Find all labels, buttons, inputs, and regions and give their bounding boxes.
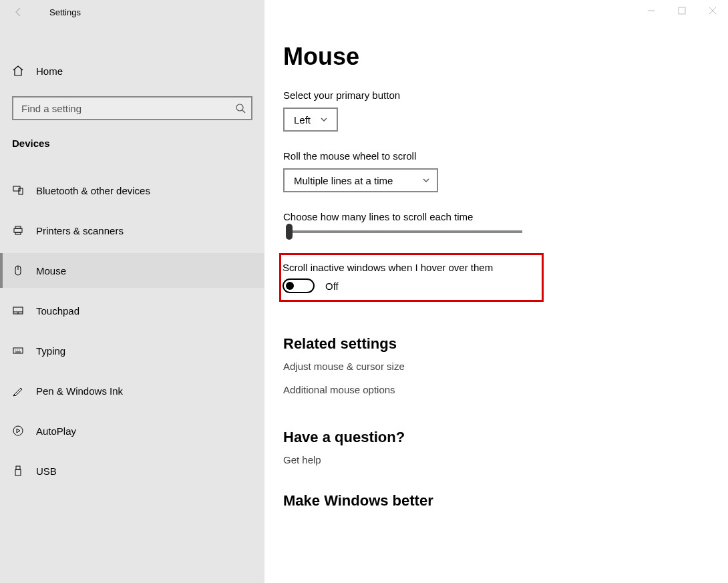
improve-title: Make Windows better <box>283 492 709 510</box>
chevron-down-icon <box>422 176 430 184</box>
highlight-annotation: Scroll inactive windows when I hover ove… <box>279 253 544 302</box>
pen-icon <box>12 385 27 397</box>
slider-thumb[interactable] <box>286 224 293 240</box>
home-nav[interactable]: Home <box>0 57 264 84</box>
keyboard-icon <box>12 345 27 357</box>
app-title: Settings <box>49 7 81 17</box>
search-icon <box>235 103 246 114</box>
svg-rect-3 <box>14 228 22 232</box>
sidebar: Settings Home Devices Bluetooth & oth <box>0 0 264 583</box>
svg-point-12 <box>15 349 15 350</box>
mouse-icon <box>12 264 27 276</box>
question-title: Have a question? <box>283 429 709 446</box>
svg-point-13 <box>17 349 17 350</box>
window-caption-buttons <box>636 0 728 21</box>
sidebar-item-usb[interactable]: USB <box>0 453 264 488</box>
svg-rect-20 <box>679 7 685 14</box>
primary-button-label: Select your primary button <box>283 89 709 101</box>
home-icon <box>12 65 27 77</box>
sidebar-item-label: Typing <box>36 345 65 357</box>
related-settings-title: Related settings <box>283 335 709 353</box>
scroll-inactive-label: Scroll inactive windows when I hover ove… <box>283 262 535 273</box>
scroll-inactive-toggle[interactable] <box>283 278 315 293</box>
svg-point-14 <box>19 349 19 350</box>
titlebar: Settings <box>0 0 264 24</box>
lines-scroll-slider[interactable] <box>289 230 522 233</box>
sidebar-item-label: Mouse <box>36 265 66 276</box>
primary-button-select[interactable]: Left <box>283 108 338 132</box>
sidebar-item-label: AutoPlay <box>36 425 76 437</box>
sidebar-item-typing[interactable]: Typing <box>0 333 264 368</box>
minimize-button[interactable] <box>636 0 667 21</box>
sidebar-item-label: Printers & scanners <box>36 225 124 236</box>
lines-scroll-label: Choose how many lines to scroll each tim… <box>283 211 709 222</box>
related-link-cursor-size[interactable]: Adjust mouse & cursor size <box>283 361 709 372</box>
svg-rect-18 <box>15 469 21 475</box>
sidebar-item-autoplay[interactable]: AutoPlay <box>0 413 264 448</box>
nav-list: Bluetooth & other devices Printers & sca… <box>0 173 264 494</box>
page-title: Mouse <box>283 43 709 71</box>
svg-rect-11 <box>13 348 23 353</box>
primary-button-value: Left <box>294 114 311 126</box>
sidebar-item-label: USB <box>36 465 57 477</box>
svg-rect-4 <box>15 226 21 228</box>
search-input[interactable] <box>12 96 252 120</box>
printer-icon <box>12 224 27 236</box>
sidebar-item-mouse[interactable]: Mouse <box>0 253 264 288</box>
main-content: Mouse Select your primary button Left Ro… <box>264 0 728 583</box>
search-field[interactable] <box>20 102 235 115</box>
svg-rect-17 <box>16 466 20 469</box>
sidebar-item-touchpad[interactable]: Touchpad <box>0 293 264 328</box>
scroll-inactive-state: Off <box>325 280 339 292</box>
close-button[interactable] <box>697 0 728 21</box>
autoplay-icon <box>12 425 27 437</box>
svg-rect-5 <box>15 232 21 234</box>
chevron-down-icon <box>320 116 328 124</box>
sidebar-item-printers[interactable]: Printers & scanners <box>0 213 264 248</box>
wheel-scroll-label: Roll the mouse wheel to scroll <box>283 150 709 162</box>
sidebar-item-pen[interactable]: Pen & Windows Ink <box>0 373 264 408</box>
svg-point-16 <box>13 426 23 435</box>
touchpad-icon <box>12 305 27 317</box>
related-link-mouse-options[interactable]: Additional mouse options <box>283 384 709 395</box>
wheel-scroll-select[interactable]: Multiple lines at a time <box>283 168 438 192</box>
sidebar-item-label: Pen & Windows Ink <box>36 385 123 397</box>
sidebar-item-label: Bluetooth & other devices <box>36 185 150 196</box>
devices-icon <box>12 184 27 196</box>
sidebar-item-label: Touchpad <box>36 305 79 317</box>
wheel-scroll-value: Multiple lines at a time <box>294 175 393 186</box>
home-label: Home <box>36 65 63 77</box>
maximize-button[interactable] <box>667 0 697 21</box>
back-icon[interactable] <box>7 7 31 17</box>
get-help-link[interactable]: Get help <box>283 454 709 465</box>
sidebar-item-bluetooth[interactable]: Bluetooth & other devices <box>0 173 264 208</box>
usb-icon <box>12 465 27 477</box>
toggle-knob <box>286 282 294 290</box>
svg-point-0 <box>236 104 243 111</box>
section-label: Devices <box>0 138 264 149</box>
